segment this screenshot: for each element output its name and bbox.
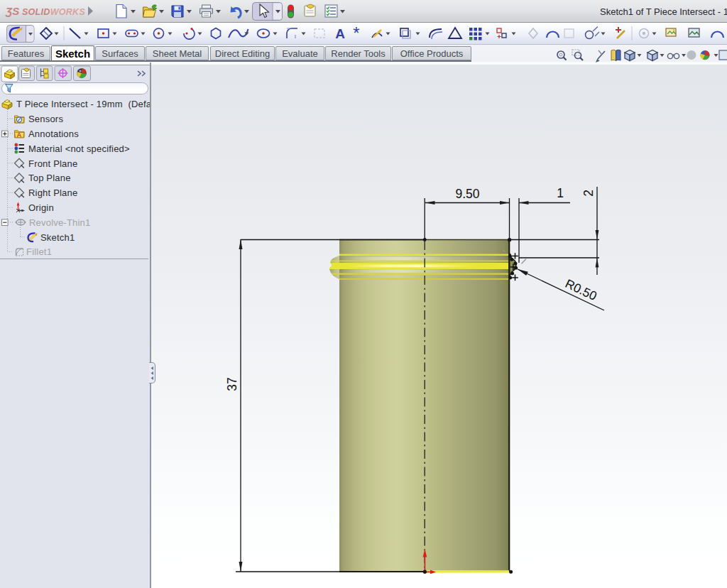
svg-text:A: A xyxy=(335,26,345,41)
svg-text:A: A xyxy=(17,131,22,138)
svg-text:*: * xyxy=(353,23,359,43)
